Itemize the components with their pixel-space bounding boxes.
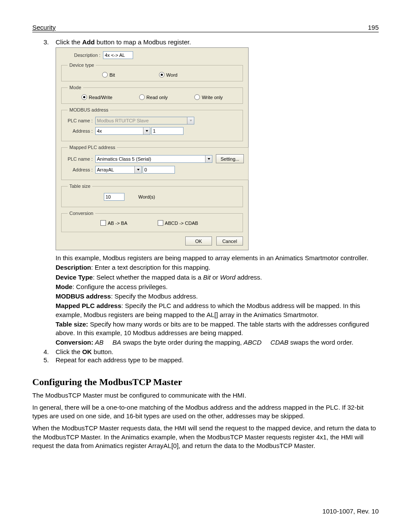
explain-modbus-address: MODBUS address: Specify the Modbus addre… (56, 292, 379, 301)
combo-value: ArrayAL (97, 167, 114, 172)
chevron-down-icon (187, 117, 194, 124)
checkbox-label: ABCD -> CDAB (165, 221, 198, 226)
page-header: Security 195 (32, 24, 379, 32)
radio-writeonly[interactable]: Write only (193, 94, 223, 100)
step-body: Click the OK button. (56, 348, 379, 355)
mapped-plc-select[interactable]: Animatics Class 5 (Serial) (95, 155, 212, 163)
text-bold: Description (56, 264, 91, 271)
explain-mode: Mode: Configure the access privileges. (56, 283, 379, 291)
conversion-legend: Conversion (68, 211, 95, 216)
text-bold: Conversion: (56, 339, 93, 346)
text-bold: Add (82, 38, 95, 46)
address-number-input[interactable]: 1 (151, 127, 184, 135)
checkbox-ab-ba[interactable]: AB -> BA (100, 220, 128, 226)
setting-button[interactable]: Setting... (216, 154, 244, 163)
radio-bit[interactable]: Bit (100, 72, 115, 78)
paragraph: The ModbusTCP Master must be configured … (32, 391, 379, 400)
mapped-plc-group: Mapped PLC address PLC name : Animatics … (61, 145, 249, 180)
checkbox-icon (100, 220, 106, 226)
plc-name-label: PLC name : (66, 156, 95, 162)
text-bold: Device Type (56, 274, 93, 281)
checkbox-label: AB -> BA (108, 221, 128, 226)
chevron-down-icon (134, 166, 141, 173)
step-body: Repeat for each address type to be mappe… (56, 356, 379, 364)
address-type-select[interactable]: 4x (95, 127, 150, 135)
radio-readwrite[interactable]: Read/Write (80, 94, 112, 100)
radio-label: Word (166, 72, 177, 78)
mapped-plc-legend: Mapped PLC address (68, 145, 117, 150)
radio-label: Read/Write (89, 95, 112, 100)
text-italic: Bit (203, 274, 211, 281)
text-bold: OK (82, 348, 92, 355)
explain-intro: In this example, Modbus registers are be… (56, 254, 379, 262)
text: : Specify the Modbus address. (111, 292, 198, 300)
table-size-group: Table size 10 Word(s) (61, 184, 243, 207)
modbus-address-group: MODBUS address PLC name : Modbus RTU/TCP… (61, 107, 243, 141)
section-heading: Configuring the ModbusTCP Master (32, 376, 379, 388)
text-bold: MODBUS address (56, 292, 111, 300)
checkbox-abcd-cdab[interactable]: ABCD -> CDAB (158, 220, 198, 226)
text: : Configure the access privileges. (72, 283, 168, 290)
conversion-group: Conversion AB -> BA ABCD -> CDAB (61, 211, 243, 232)
explain-conversion: Conversion: AB BA swaps the byte order d… (56, 338, 379, 347)
text: button. (92, 348, 113, 355)
explain-mapped-plc: Mapped PLC address: Specify the PLC and … (56, 302, 379, 319)
step-body: Click the Add button to map a Modbus reg… (56, 38, 379, 253)
text: or (211, 274, 220, 281)
paragraph: In general, there will be a one-to-one m… (32, 403, 379, 421)
text-bold: Table size: (56, 320, 88, 328)
table-size-input[interactable]: 10 (104, 193, 125, 201)
footer-rev: 1010-1007, Rev. 10 (322, 507, 379, 515)
ok-button[interactable]: OK (185, 236, 212, 246)
header-section: Security (32, 24, 56, 31)
chevron-down-icon (205, 156, 212, 162)
step-number: 4. (44, 348, 56, 355)
radio-label: Write only (202, 95, 223, 100)
address-label: Address : (66, 167, 95, 172)
device-type-group: Device type Bit Word (61, 62, 243, 81)
text: swaps the byte order during the mapping, (121, 339, 243, 346)
text: swaps the word order. (289, 339, 354, 346)
description-label: Description : (74, 53, 103, 58)
text: address. (235, 274, 262, 281)
text: Click the (56, 38, 82, 46)
combo-value: Animatics Class 5 (Serial) (97, 156, 151, 162)
radio-readonly[interactable]: Read only (137, 94, 168, 100)
text-italic: Word (220, 274, 236, 281)
text: button to map a Modbus register. (95, 38, 191, 46)
cancel-button[interactable]: Cancel (216, 236, 243, 246)
explain-description: Description: Enter a text description fo… (56, 263, 379, 272)
text-italic: AB BA (93, 339, 121, 346)
step-number: 5. (44, 356, 56, 364)
plc-name-label: PLC name : (66, 118, 95, 123)
step-number: 3. (44, 38, 56, 253)
radio-label: Read only (146, 95, 168, 100)
text-bold: Mode (56, 283, 72, 290)
text-italic: ABCD CDAB (243, 339, 288, 346)
checkbox-icon (158, 220, 163, 226)
combo-value: 4x (97, 128, 102, 134)
paragraph: When the ModbusTCP Master requests data,… (32, 424, 379, 450)
mode-legend: Mode (68, 85, 83, 90)
mapped-address-number-input[interactable]: 0 (143, 166, 175, 174)
mapped-address-type-select[interactable]: ArrayAL (95, 166, 142, 174)
chevron-down-icon (143, 128, 150, 134)
text: Click the (56, 348, 82, 355)
radio-label: Bit (109, 72, 115, 78)
device-type-legend: Device type (68, 62, 96, 68)
plc-name-select: Modbus RTU/TCP Slave (95, 117, 194, 124)
explain-table-size: Table size: Specify how many words or bi… (56, 320, 379, 338)
address-label: Address : (66, 128, 95, 134)
text-bold: Mapped PLC address (56, 302, 121, 309)
modbus-mapping-dialog: Description : 4x <-> AL Device type Bit … (56, 47, 249, 250)
explain-device-type: Device Type: Select whether the mapped d… (56, 273, 379, 282)
modbus-address-legend: MODBUS address (68, 107, 110, 112)
table-size-unit: Word(s) (138, 194, 155, 199)
text: : Enter a text description for this mapp… (91, 264, 211, 271)
mode-group: Mode Read/Write Read only Write only (61, 85, 243, 104)
combo-value: Modbus RTU/TCP Slave (97, 118, 149, 123)
text: Specify how many words or bits are to be… (56, 320, 369, 336)
text: : Select whether the mapped data is a (93, 274, 203, 281)
description-input[interactable]: 4x <-> AL (103, 51, 133, 59)
radio-word[interactable]: Word (157, 72, 177, 78)
